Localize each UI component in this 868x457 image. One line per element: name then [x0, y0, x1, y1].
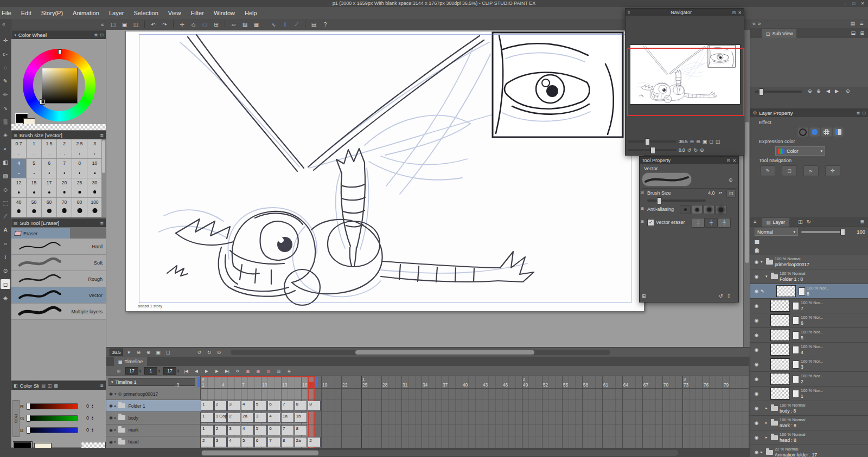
cel-mark-8-f15[interactable]: 8: [295, 425, 308, 435]
layer-thumbnail[interactable]: [770, 388, 790, 400]
cel-mark-7-f13[interactable]: 7: [281, 425, 294, 435]
menu-animation[interactable]: Animation: [68, 7, 104, 19]
brush-size-4[interactable]: 4: [11, 159, 27, 178]
transform-scale-button[interactable]: ⬚: [200, 20, 209, 29]
panel-collapse-icon[interactable]: ⊟: [862, 111, 866, 115]
channel-slider-g[interactable]: [27, 415, 78, 421]
layer-row-5[interactable]: ◉100 % Nor...5: [750, 328, 868, 343]
brush-size-7[interactable]: 7: [57, 159, 72, 178]
layer-thumbnail[interactable]: [770, 300, 790, 312]
blend-mode-dropdown[interactable]: Normal ▾: [755, 228, 798, 236]
brush-size-3[interactable]: 3: [87, 139, 103, 159]
brush-size-6[interactable]: 6: [42, 159, 57, 178]
tool-airbrush[interactable]: ▒: [1, 117, 10, 126]
layer-row-2[interactable]: ◉100 % Nor...2: [750, 372, 868, 387]
brush-size-80[interactable]: 80: [72, 198, 87, 217]
channel-slider-b[interactable]: [27, 427, 78, 433]
channel-handle-r[interactable]: [27, 403, 30, 410]
snap-ruler-button[interactable]: ▱: [229, 20, 238, 29]
nav-reset-icon[interactable]: ⊙: [700, 147, 704, 153]
maximize-button[interactable]: □: [850, 0, 858, 7]
vector-erase-whole-line-button[interactable]: ╀: [718, 218, 731, 228]
brush-size-1.5[interactable]: 1.5: [42, 139, 57, 159]
tool-ruler[interactable]: ⟋: [1, 211, 10, 221]
tp-settings-icon[interactable]: ⊞: [642, 293, 646, 299]
layer-opacity-slider[interactable]: [801, 231, 844, 233]
tab-hue-icon[interactable]: ▤: [41, 383, 46, 388]
tool-balloon[interactable]: ○: [1, 239, 10, 248]
cel-head-2-f1[interactable]: 2: [201, 437, 214, 447]
redo-button[interactable]: ↷: [160, 20, 169, 29]
nav-select-icon[interactable]: ▻: [803, 165, 819, 176]
saturation-value-square[interactable]: [42, 68, 78, 104]
layer-menu-icon[interactable]: ≣: [755, 239, 759, 244]
fit-screen-icon[interactable]: ▣: [155, 350, 162, 355]
layer-caret-icon[interactable]: ▸: [765, 421, 771, 425]
sub-view-zoom-handle[interactable]: [759, 88, 764, 95]
brush-size-0.7[interactable]: 0.7: [11, 139, 27, 159]
timeline-frames-area[interactable]: 0123-31471013161922252831343740434649525…: [201, 376, 749, 448]
menu-edit[interactable]: Edit: [16, 7, 36, 19]
transform-mesh-button[interactable]: ⊞: [212, 20, 221, 29]
menu-view[interactable]: View: [163, 7, 186, 19]
timeline-track-mark[interactable]: ◉▸mark: [106, 424, 201, 436]
new-file-button[interactable]: ▢: [108, 20, 118, 29]
end-frame-field[interactable]: 17▲▼: [163, 367, 180, 375]
aa-strong-button[interactable]: [716, 205, 726, 214]
track-caret-icon[interactable]: ▾: [114, 392, 117, 396]
cel-body-2a-f7[interactable]: 2a: [241, 413, 254, 423]
timeline-track-folder-1[interactable]: ◉▸Folder 1: [106, 400, 201, 412]
undo-button[interactable]: ↶: [149, 20, 158, 29]
cel-body-2-f5[interactable]: 2: [227, 413, 240, 423]
tool-decoration[interactable]: ✳: [1, 130, 10, 140]
track-eye-icon[interactable]: ◉: [109, 391, 113, 396]
cel-mark-6-f11[interactable]: 6: [267, 425, 280, 435]
timeline-name-dropdown[interactable]: ▾ Timeline 1: [108, 378, 195, 386]
layer-caret-icon[interactable]: ▸: [761, 450, 766, 454]
subtool-vector[interactable]: Vector: [11, 287, 106, 304]
expression-color-dropdown[interactable]: Color ▾: [775, 146, 825, 156]
reset-rotation-icon[interactable]: ⊙: [215, 350, 223, 355]
cel-body-1a-f13[interactable]: 1a: [281, 413, 294, 423]
nav-eraser-icon[interactable]: ◻: [782, 165, 797, 176]
brush-size-10[interactable]: 10: [87, 159, 103, 178]
layer-caret-icon[interactable]: ▾: [765, 274, 771, 279]
current-frame-field[interactable]: 17▲▼: [125, 367, 142, 375]
cel-folder-1-4-f7[interactable]: 4: [241, 401, 254, 411]
subtool-hard[interactable]: Hard: [11, 239, 106, 255]
panel-menu-icon[interactable]: ≣: [94, 33, 98, 37]
zoom-dropdown-icon[interactable]: ▾: [125, 350, 133, 355]
aa-weak-button[interactable]: [692, 205, 703, 214]
cel-body-4-f11[interactable]: 4: [267, 413, 280, 423]
tool-object[interactable]: ▻: [1, 49, 10, 59]
menu-file[interactable]: File: [0, 7, 16, 19]
timeline-track-primerloop00017[interactable]: ◉▾◎primerloop00017: [106, 388, 201, 400]
effect-layer-color-icon[interactable]: [833, 127, 844, 137]
brush-size-2[interactable]: 2: [57, 139, 72, 159]
layer-eye-icon[interactable]: ◉: [752, 435, 761, 440]
layer-row-mark-8[interactable]: ◉▸100 % Normalmark : 8: [750, 416, 868, 430]
cel-mark-1-f1[interactable]: 1: [201, 425, 214, 435]
layer-tab[interactable]: ▤ Layer: [762, 218, 789, 227]
dock-expand-icon[interactable]: »: [758, 21, 761, 27]
row-expand-icon[interactable]: ⊞: [641, 190, 644, 195]
transform-move-button[interactable]: ✛: [177, 20, 187, 29]
menu-selection[interactable]: Selection: [129, 7, 163, 19]
timeline-horizontal-scrollbar[interactable]: [0, 448, 750, 457]
tool-blend[interactable]: ◐: [1, 144, 10, 153]
layer-row-head-8[interactable]: ◉▸100 % Normalhead : 8: [750, 430, 868, 445]
brush-size-lock-icon[interactable]: ⊡: [726, 189, 736, 198]
onion-skin-next-button[interactable]: ▣: [254, 367, 262, 375]
navigator-view-rectangle[interactable]: [627, 48, 744, 116]
brush-size-8[interactable]: 8: [72, 159, 87, 178]
cel-specification-button[interactable]: ▥: [275, 367, 283, 375]
brush-size-scrollbar[interactable]: [101, 139, 106, 217]
tool-pen[interactable]: ✎: [1, 76, 10, 86]
cel-mark-4-f7[interactable]: 4: [241, 425, 254, 435]
menu-layer[interactable]: Layer: [104, 7, 129, 19]
cel-head-5-f7[interactable]: 5: [241, 437, 254, 447]
layer-eye-icon[interactable]: ◉: [752, 347, 761, 352]
open-file-button[interactable]: ▣: [120, 20, 129, 29]
panel-menu-icon[interactable]: ≣: [100, 383, 104, 388]
channel-stepper-g[interactable]: ▲▼: [91, 416, 94, 420]
